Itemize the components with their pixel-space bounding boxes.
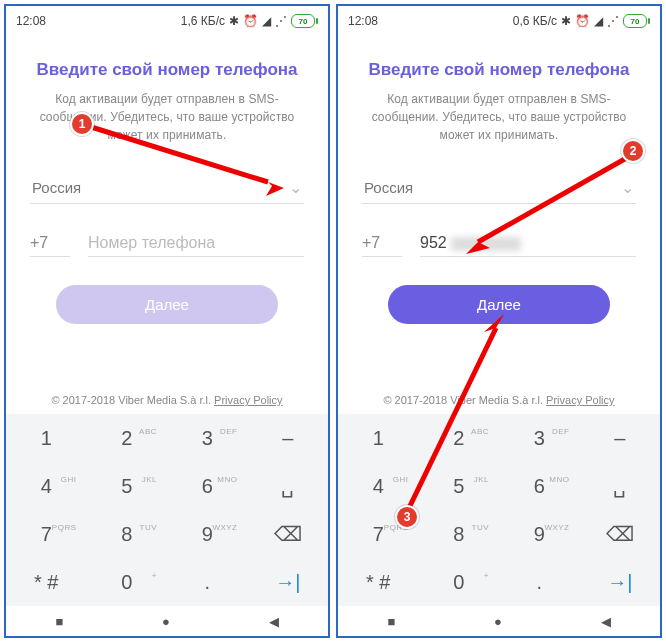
svg-marker-3 bbox=[466, 242, 490, 254]
alarm-icon: ⏰ bbox=[243, 14, 258, 28]
status-time: 12:08 bbox=[16, 14, 46, 28]
country-code-field[interactable]: +7 bbox=[30, 230, 70, 257]
keypad-key-* #[interactable]: * # bbox=[338, 558, 419, 606]
svg-marker-1 bbox=[266, 182, 284, 196]
next-button[interactable]: Далее bbox=[56, 285, 278, 324]
nav-home-icon[interactable]: ● bbox=[494, 614, 502, 629]
annotation-arrow-2 bbox=[460, 150, 640, 260]
privacy-policy-link[interactable]: Privacy Policy bbox=[546, 394, 614, 406]
keypad-key-7[interactable]: 7PQRS bbox=[6, 510, 87, 558]
keypad-key-⌫[interactable]: ⌫ bbox=[580, 510, 661, 558]
annotation-arrow-1 bbox=[80, 118, 300, 208]
svg-line-2 bbox=[478, 156, 630, 242]
page-subtitle: Код активации будет отправлен в SMS-сооб… bbox=[360, 90, 638, 144]
wifi-icon: ⋰ bbox=[275, 14, 287, 28]
nav-recent-icon[interactable]: ■ bbox=[387, 614, 395, 629]
keypad-key-3[interactable]: 3DEF bbox=[167, 414, 248, 462]
keypad-key-8[interactable]: 8TUV bbox=[87, 510, 168, 558]
bluetooth-icon: ✱ bbox=[229, 14, 239, 28]
status-net-speed: 1,6 КБ/с bbox=[181, 14, 225, 28]
keypad-key-.[interactable]: . bbox=[167, 558, 248, 606]
keypad-key-␣[interactable]: ␣ bbox=[580, 462, 661, 510]
country-code-field[interactable]: +7 bbox=[362, 230, 402, 257]
keypad-key-6[interactable]: 6MNO bbox=[167, 462, 248, 510]
keypad-key-0[interactable]: 0+ bbox=[419, 558, 500, 606]
status-time: 12:08 bbox=[348, 14, 378, 28]
nav-back-icon[interactable]: ◀ bbox=[269, 614, 279, 629]
alarm-icon: ⏰ bbox=[575, 14, 590, 28]
copyright-text: © 2017-2018 Viber Media S.à r.l. bbox=[51, 394, 211, 406]
svg-line-4 bbox=[408, 328, 496, 510]
annotation-arrow-3 bbox=[400, 310, 520, 520]
keypad-key-.[interactable]: . bbox=[499, 558, 580, 606]
annotation-marker-1: 1 bbox=[70, 112, 94, 136]
nav-home-icon[interactable]: ● bbox=[162, 614, 170, 629]
keypad-key-–[interactable]: – bbox=[580, 414, 661, 462]
country-label: Россия bbox=[364, 179, 413, 196]
country-label: Россия bbox=[32, 179, 81, 196]
nav-back-icon[interactable]: ◀ bbox=[601, 614, 611, 629]
status-bar: 12:08 1,6 КБ/с ✱ ⏰ ◢ ⋰ 70 bbox=[6, 6, 328, 32]
keypad-key-0[interactable]: 0+ bbox=[87, 558, 168, 606]
svg-line-0 bbox=[88, 126, 268, 182]
status-bar: 12:08 0,6 КБ/с ✱ ⏰ ◢ ⋰ 70 bbox=[338, 6, 660, 32]
page-title: Введите свой номер телефона bbox=[360, 60, 638, 80]
keypad-key-⌫[interactable]: ⌫ bbox=[248, 510, 329, 558]
keypad-key-1[interactable]: 1 bbox=[6, 414, 87, 462]
annotation-marker-2: 2 bbox=[621, 139, 645, 163]
page-title: Введите свой номер телефона bbox=[28, 60, 306, 80]
phone-number-input[interactable]: Номер телефона bbox=[88, 230, 304, 257]
footer: © 2017-2018 Viber Media S.à r.l. Privacy… bbox=[6, 394, 328, 406]
keypad-key-* #[interactable]: * # bbox=[6, 558, 87, 606]
keypad-key-go[interactable]: →| bbox=[580, 558, 661, 606]
keypad-key-–[interactable]: – bbox=[248, 414, 329, 462]
keypad-key-4[interactable]: 4GHI bbox=[6, 462, 87, 510]
signal-icon: ◢ bbox=[262, 14, 271, 28]
numeric-keypad: 12ABC3DEF–4GHI5JKL6MNO␣7PQRS8TUV9WXYZ⌫* … bbox=[6, 414, 328, 606]
bluetooth-icon: ✱ bbox=[561, 14, 571, 28]
keypad-key-␣[interactable]: ␣ bbox=[248, 462, 329, 510]
keypad-key-5[interactable]: 5JKL bbox=[87, 462, 168, 510]
nav-recent-icon[interactable]: ■ bbox=[55, 614, 63, 629]
keypad-key-go[interactable]: →| bbox=[248, 558, 329, 606]
privacy-policy-link[interactable]: Privacy Policy bbox=[214, 394, 282, 406]
wifi-icon: ⋰ bbox=[607, 14, 619, 28]
signal-icon: ◢ bbox=[594, 14, 603, 28]
android-nav-bar: ■ ● ◀ bbox=[6, 606, 328, 636]
android-nav-bar: ■ ● ◀ bbox=[338, 606, 660, 636]
annotation-marker-3: 3 bbox=[395, 505, 419, 529]
phone-screenshot-left: 12:08 1,6 КБ/с ✱ ⏰ ◢ ⋰ 70 Введите свой н… bbox=[4, 4, 330, 638]
battery-icon: 70 bbox=[623, 14, 650, 28]
keypad-key-9[interactable]: 9WXYZ bbox=[167, 510, 248, 558]
keypad-key-2[interactable]: 2ABC bbox=[87, 414, 168, 462]
status-net-speed: 0,6 КБ/с bbox=[513, 14, 557, 28]
battery-icon: 70 bbox=[291, 14, 318, 28]
